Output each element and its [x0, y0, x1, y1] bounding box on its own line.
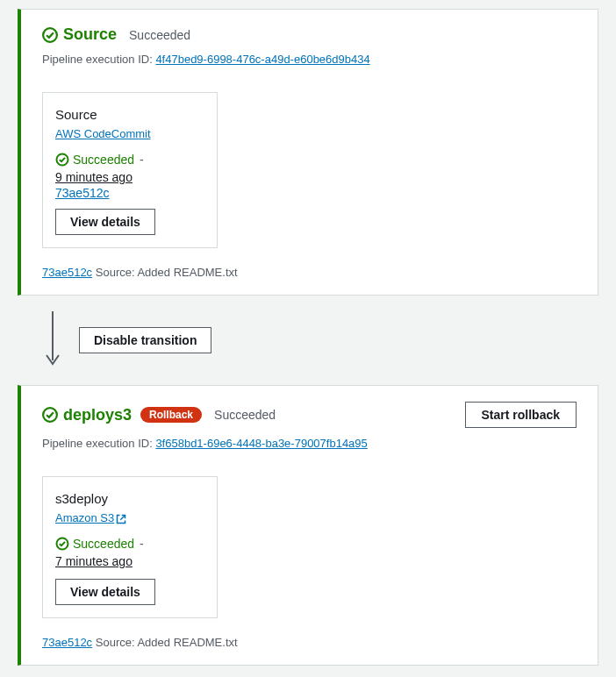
execution-id-label: Pipeline execution ID: [42, 53, 153, 66]
action-status-row: Succeeded - 9 minutes ago [55, 153, 204, 184]
stage-status-text: Succeeded [214, 408, 276, 422]
action-status-text: Succeeded [73, 537, 134, 551]
transition-area: Disable transition [18, 304, 598, 376]
svg-line-4 [120, 516, 125, 520]
provider-link[interactable]: AWS CodeCommit [55, 127, 151, 140]
stage-footer: 73ae512c Source: Added README.txt [42, 636, 577, 649]
action-title: Source [55, 107, 204, 122]
dash: - [140, 537, 144, 551]
stage-source: Source Succeeded Pipeline execution ID: … [18, 9, 598, 296]
footer-msg: Source: Added README.txt [96, 266, 238, 279]
action-card-s3deploy: s3deploy Amazon S3 Succeeded - 7 minutes… [42, 476, 218, 618]
footer-commit-link[interactable]: 73ae512c [42, 266, 92, 279]
view-details-button[interactable]: View details [55, 579, 155, 605]
start-rollback-button[interactable]: Start rollback [465, 402, 577, 428]
stage-footer: 73ae512c Source: Added README.txt [42, 266, 577, 279]
action-card-source: Source AWS CodeCommit Succeeded - 9 minu… [42, 92, 218, 248]
execution-id-link[interactable]: 3f658bd1-69e6-4448-ba3e-79007fb14a95 [155, 437, 367, 450]
commit-link[interactable]: 73ae512c [55, 186, 110, 200]
action-time-link[interactable]: 9 minutes ago [55, 170, 133, 184]
stage-title: deploys3 [42, 406, 132, 424]
footer-msg: Source: Added README.txt [96, 636, 238, 649]
stage-header-row: deploys3 Rollback Succeeded Start rollba… [42, 402, 577, 428]
external-link-icon [114, 511, 126, 524]
execution-id-row: Pipeline execution ID: 4f47bed9-6998-476… [42, 53, 577, 66]
arrow-down-icon [44, 310, 61, 371]
dash: - [140, 153, 144, 167]
execution-id-link[interactable]: 4f47bed9-6998-476c-a49d-e60be6d9b434 [155, 53, 369, 66]
rollback-badge: Rollback [140, 407, 202, 423]
action-time-link[interactable]: 7 minutes ago [55, 554, 133, 568]
stage-name-text: Source [63, 25, 117, 44]
stage-name-text: deploys3 [63, 406, 132, 424]
action-status-row: Succeeded - 7 minutes ago [55, 537, 204, 568]
view-details-button[interactable]: View details [55, 209, 155, 235]
stage-header: Source Succeeded [42, 25, 190, 44]
stage-header-row: Source Succeeded [42, 25, 577, 44]
provider-link[interactable]: Amazon S3 [55, 511, 126, 524]
action-provider: Amazon S3 [55, 511, 204, 524]
stage-title: Source [42, 25, 117, 44]
stage-deploys3: deploys3 Rollback Succeeded Start rollba… [18, 385, 598, 666]
action-provider: AWS CodeCommit [55, 127, 204, 140]
action-title: s3deploy [55, 491, 204, 506]
stage-status-text: Succeeded [129, 28, 190, 42]
commit-link-row: 73ae512c [55, 186, 204, 200]
provider-text: Amazon S3 [55, 511, 114, 524]
action-status-text: Succeeded [73, 153, 134, 167]
success-check-icon [42, 407, 58, 423]
execution-id-row: Pipeline execution ID: 3f658bd1-69e6-444… [42, 437, 577, 450]
stage-header: deploys3 Rollback Succeeded [42, 406, 276, 424]
success-check-icon [55, 153, 69, 167]
success-check-icon [55, 537, 69, 551]
disable-transition-button[interactable]: Disable transition [79, 327, 211, 353]
execution-id-label: Pipeline execution ID: [42, 437, 153, 450]
footer-commit-link[interactable]: 73ae512c [42, 636, 92, 649]
success-check-icon [42, 27, 58, 43]
